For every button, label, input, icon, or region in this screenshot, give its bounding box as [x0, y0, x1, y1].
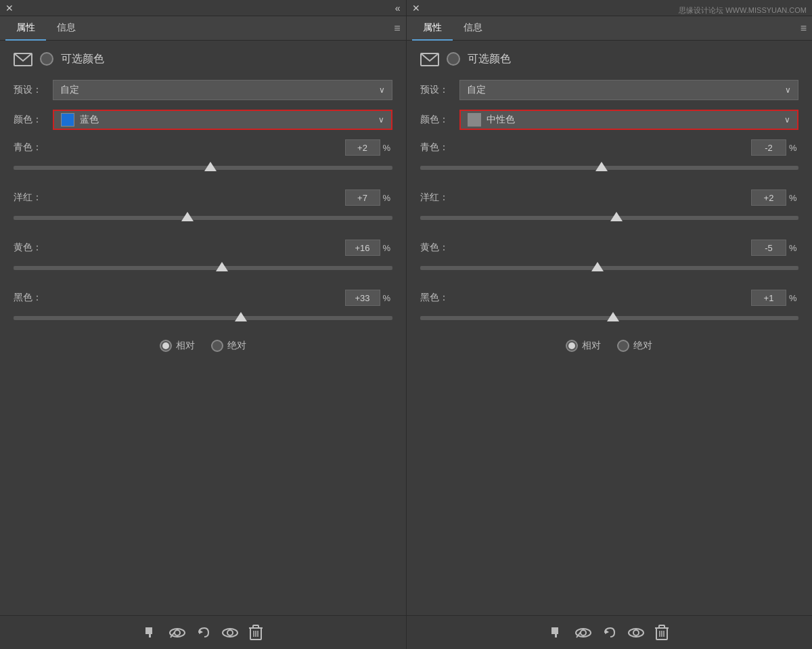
- left-top-bar: ✕ «: [0, 0, 406, 16]
- svg-rect-26: [659, 625, 664, 628]
- right-cyan-label-row: 青色： -2 %: [420, 139, 799, 156]
- left-cyan-track: [14, 166, 392, 170]
- close-icon-left[interactable]: ✕: [5, 3, 14, 14]
- right-magenta-track-container[interactable]: [420, 210, 799, 226]
- collapse-icon-left[interactable]: «: [395, 3, 401, 14]
- right-toolbar-pin-icon[interactable]: [549, 625, 564, 640]
- right-toolbar-undo-icon[interactable]: [602, 625, 617, 640]
- right-panel-content: 可选颜色 预设： 自定 ∨ 颜色： 中性色 ∨: [407, 41, 813, 615]
- left-yellow-track-container[interactable]: [14, 260, 392, 276]
- right-color-label: 颜色：: [420, 114, 454, 126]
- svg-point-23: [633, 630, 639, 635]
- svg-point-20: [581, 630, 586, 635]
- left-cyan-label-row: 青色： +2 %: [14, 139, 392, 156]
- left-color-dropdown[interactable]: 蓝色 ∨: [53, 110, 392, 130]
- right-black-value[interactable]: +1: [751, 290, 786, 306]
- right-black-thumb: [607, 312, 619, 321]
- left-toolbar-delete-icon[interactable]: [249, 625, 263, 641]
- left-yellow-value[interactable]: +16: [345, 240, 380, 256]
- svg-point-8: [227, 630, 233, 635]
- tab-info-left[interactable]: 信息: [46, 16, 87, 41]
- left-toolbar-eye-icon[interactable]: [169, 627, 185, 639]
- left-radio-label-absolute: 绝对: [227, 340, 246, 352]
- menu-icon-right[interactable]: ≡: [800, 23, 807, 34]
- right-preset-dropdown[interactable]: 自定 ∨: [459, 80, 799, 100]
- right-color-dropdown[interactable]: 中性色 ∨: [459, 110, 799, 130]
- left-yellow-thumb: [216, 262, 228, 271]
- right-radio-relative[interactable]: 相对: [566, 340, 601, 352]
- left-yellow-slider-section: 黄色： +16 %: [14, 240, 392, 276]
- left-black-slider-section: 黑色： +33 %: [14, 290, 392, 326]
- left-preset-arrow: ∨: [379, 85, 385, 95]
- tab-info-right[interactable]: 信息: [453, 16, 493, 41]
- left-black-value[interactable]: +33: [345, 290, 380, 306]
- right-toolbar-eye-icon[interactable]: [575, 627, 591, 639]
- left-toolbar-view-icon[interactable]: [222, 627, 238, 639]
- menu-icon-left[interactable]: ≡: [394, 23, 400, 34]
- right-cyan-value[interactable]: -2: [751, 139, 786, 156]
- left-radio-row: 相对 绝对: [14, 340, 392, 352]
- right-magenta-slider-section: 洋红： +2 %: [420, 189, 799, 226]
- right-panel-header: 属性 信息 ≡: [407, 16, 813, 41]
- left-magenta-label-row: 洋红： +7 %: [14, 189, 392, 206]
- right-color-name: 中性色: [487, 114, 785, 126]
- right-yellow-value[interactable]: -5: [751, 240, 786, 256]
- right-yellow-thumb: [591, 262, 604, 271]
- right-black-label: 黑色：: [420, 292, 752, 304]
- right-radio-label-relative: 相对: [582, 340, 601, 352]
- right-cyan-label: 青色：: [420, 141, 752, 154]
- left-radio-relative[interactable]: 相对: [160, 340, 195, 352]
- close-icon-right[interactable]: ✕: [412, 3, 420, 14]
- left-magenta-thumb: [181, 212, 194, 221]
- right-yellow-track-container[interactable]: [420, 260, 799, 276]
- right-black-track-container[interactable]: [420, 310, 799, 326]
- right-toolbar-view-icon[interactable]: [628, 627, 644, 639]
- circle-icon-left: [39, 51, 54, 66]
- right-magenta-value[interactable]: +2: [751, 189, 786, 206]
- left-magenta-track-container[interactable]: [14, 210, 392, 226]
- right-yellow-track: [420, 266, 799, 270]
- tab-properties-left[interactable]: 属性: [5, 16, 46, 41]
- left-color-arrow: ∨: [378, 115, 384, 125]
- left-toolbar-pin-icon[interactable]: [143, 625, 158, 640]
- left-magenta-value[interactable]: +7: [345, 189, 380, 206]
- right-color-row: 颜色： 中性色 ∨: [420, 110, 799, 130]
- right-magenta-label-row: 洋红： +2 %: [420, 189, 799, 206]
- svg-rect-11: [253, 625, 258, 628]
- left-cyan-value[interactable]: +2: [345, 139, 380, 156]
- left-radio-absolute[interactable]: 绝对: [211, 340, 246, 352]
- right-color-swatch: [468, 113, 481, 127]
- right-bottom-toolbar: [407, 615, 813, 649]
- right-cyan-track: [420, 166, 799, 170]
- left-panel-content: 可选颜色 预设： 自定 ∨ 颜色： 蓝色 ∨: [0, 41, 406, 615]
- svg-rect-18: [555, 632, 557, 637]
- left-black-track: [14, 316, 392, 320]
- right-header-icons: ≡: [800, 23, 807, 34]
- left-cyan-track-container[interactable]: [14, 160, 392, 176]
- right-cyan-slider-section: 青色： -2 %: [420, 139, 799, 176]
- left-black-track-container[interactable]: [14, 310, 392, 326]
- left-radio-label-relative: 相对: [176, 340, 195, 352]
- right-black-label-row: 黑色： +1 %: [420, 290, 799, 306]
- right-toolbar-delete-icon[interactable]: [655, 625, 669, 641]
- tab-properties-right[interactable]: 属性: [412, 16, 453, 41]
- right-preset-arrow: ∨: [785, 85, 791, 95]
- left-radio-inner-relative: [162, 342, 169, 349]
- right-panel: ✕ 属性 信息 ≡ 可选颜色: [407, 0, 813, 649]
- left-black-label: 黑色：: [14, 292, 345, 304]
- right-radio-absolute[interactable]: 绝对: [617, 340, 652, 352]
- right-section-title-text: 可选颜色: [468, 52, 511, 66]
- left-preset-dropdown[interactable]: 自定 ∨: [53, 80, 392, 100]
- right-radio-inner-relative: [568, 342, 575, 349]
- left-magenta-slider-section: 洋红： +7 %: [14, 189, 392, 226]
- right-yellow-slider-section: 黄色： -5 %: [420, 240, 799, 276]
- right-cyan-track-container[interactable]: [420, 160, 799, 176]
- left-yellow-label-row: 黄色： +16 %: [14, 240, 392, 256]
- right-magenta-percent: %: [789, 193, 798, 203]
- left-color-swatch: [61, 113, 74, 127]
- right-cyan-percent: %: [789, 143, 798, 153]
- left-toolbar-undo-icon[interactable]: [196, 625, 211, 640]
- svg-rect-3: [149, 632, 151, 637]
- left-section-title-text: 可选颜色: [61, 52, 104, 66]
- envelope-icon-right: [420, 51, 439, 66]
